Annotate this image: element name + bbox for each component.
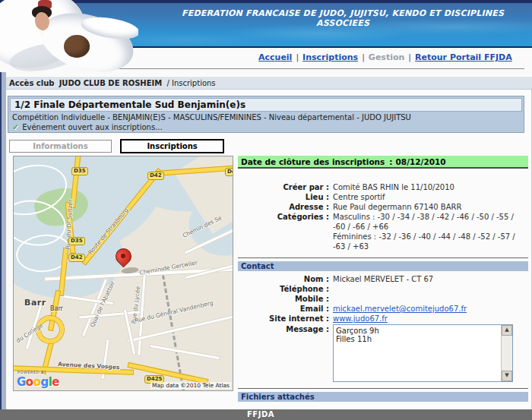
road-badge-d42: D42 xyxy=(225,168,233,176)
road-label: Rue du Général Vandenberg xyxy=(134,299,214,324)
closing-date-bar: Date de clôture des inscriptions:08/12/2… xyxy=(238,156,528,169)
nav-separator: | xyxy=(408,52,411,62)
nav-divider xyxy=(81,68,524,69)
contact-label: Mobile : xyxy=(238,294,333,304)
detail-value: Rue Paul degermann 67140 BARR xyxy=(333,202,528,212)
google-logo-letter: o xyxy=(33,375,41,389)
contact-value xyxy=(333,294,528,304)
google-logo-letter: g xyxy=(40,375,48,389)
detail-label: Lieu : xyxy=(238,192,333,202)
left-border-strip xyxy=(0,72,6,410)
nav-link-retour-portail[interactable]: Retour Portail FFJDA xyxy=(415,52,512,62)
detail-label: Catégories : xyxy=(238,212,333,251)
contact-label: Site internet : xyxy=(238,314,333,324)
road-badge-d42: D42 xyxy=(68,254,85,262)
road-badge-d35: D35 xyxy=(68,237,85,245)
athlete-head xyxy=(64,35,90,58)
google-logo-letter: G xyxy=(17,375,26,389)
map-road xyxy=(149,344,220,360)
divider xyxy=(238,257,528,258)
contact-value xyxy=(333,284,528,294)
email-link[interactable]: mickael.mervelet@comitejudo67.fr xyxy=(333,305,467,313)
event-status: ✓Evénement ouvert aux inscriptions... xyxy=(12,122,524,132)
contact-value: Mickael MERVELET - CT 67 xyxy=(333,274,528,284)
map-marker-pin[interactable] xyxy=(114,248,134,276)
contact-label: Téléphone : xyxy=(238,284,333,294)
divider xyxy=(238,388,528,389)
nav-link-gestion-disabled: Gestion xyxy=(369,52,404,62)
breadcrumb-current: Inscriptions xyxy=(172,79,216,87)
contact-label: Message : xyxy=(238,324,333,382)
detail-value: Masculins : -30 / -34 / -38 / -42 / -46 … xyxy=(333,212,528,251)
contact-section-header: Contact xyxy=(238,261,528,271)
files-section-header: Fichiers attachés xyxy=(238,392,528,402)
contact-label: Email : xyxy=(238,304,333,314)
contact-row-nom: Nom : Mickael MERVELET - CT 67 xyxy=(238,274,528,284)
event-details-panel: Date de clôture des inscriptions:08/12/2… xyxy=(238,156,528,420)
contact-row-email: Email : mickael.mervelet@comitejudo67.fr xyxy=(238,304,528,314)
tab-inscriptions[interactable]: Inscriptions xyxy=(120,139,224,153)
event-subtitle: Compétition Individuelle - BENJAMIN(E)S … xyxy=(12,113,524,122)
google-logo-letter: o xyxy=(26,375,33,389)
nav-separator: | xyxy=(296,52,299,62)
nav-separator: | xyxy=(362,52,365,62)
event-title: 1/2 Finale Départementale Sud Benjamin(e… xyxy=(10,98,522,112)
contact-row-mobile: Mobile : xyxy=(238,294,528,304)
scroll-up-icon[interactable]: ▲ xyxy=(502,325,512,336)
contact-label: Nom : xyxy=(238,274,333,284)
nav-link-accueil[interactable]: Accueil xyxy=(258,52,292,62)
message-textarea[interactable]: Garçons 9h Filles 11h xyxy=(333,324,513,382)
breadcrumb-club: JUDO CLUB DE ROSHEIM xyxy=(59,79,163,87)
details-section: Créer par : Comité BAS RHIN le 11/10/201… xyxy=(238,182,528,251)
map-attribution: Map data ©2010 Tele Atlas xyxy=(150,382,231,389)
pin-dot xyxy=(121,254,125,258)
breadcrumb: Accès club JUDO CLUB DE ROSHEIM / Inscri… xyxy=(0,76,532,90)
town-label: Barr xyxy=(24,298,46,308)
station-label: Barr xyxy=(50,305,63,312)
page: FEDERATION FRANCAISE DE JUDO, JUJITSU, K… xyxy=(0,0,532,420)
website-link[interactable]: www.judo67.fr xyxy=(333,314,388,323)
footer-bar: FFJDA xyxy=(0,409,532,420)
detail-row-categories: Catégories : Masculins : -30 / -34 / -38… xyxy=(238,212,528,251)
google-map[interactable]: Rue du Dr Sultzer Route de Strasbourg Ch… xyxy=(13,156,233,391)
map-main-road xyxy=(127,362,208,384)
event-header-block: 1/2 Finale Départementale Sud Benjamin(e… xyxy=(8,96,524,133)
detail-row-lieu: Lieu : Centre sportif xyxy=(238,192,528,202)
detail-value: Centre sportif xyxy=(333,192,528,202)
google-logo-letter: e xyxy=(52,375,59,389)
detail-row-creer-par: Créer par : Comité BAS RHIN le 11/10/201… xyxy=(238,182,528,192)
breadcrumb-separator: / xyxy=(166,79,169,87)
nav-link-inscriptions[interactable]: Inscriptions xyxy=(302,52,358,62)
breadcrumb-prefix: Accès club xyxy=(9,79,54,87)
judo-photo xyxy=(0,0,138,76)
nav-links: Accueil|Inscriptions|Gestion|Retour Port… xyxy=(258,52,512,62)
contact-row-site: Site internet : www.judo67.fr xyxy=(238,314,528,324)
detail-label: Créer par : xyxy=(238,182,333,192)
categories-masculins: Masculins : -30 / -34 / -38 / -42 / -46 … xyxy=(333,212,528,232)
closing-date-label: Date de clôture des inscriptions xyxy=(241,157,385,166)
message-box: Garçons 9h Filles 11h ▲ ▼ xyxy=(333,324,513,382)
detail-label: Adresse : xyxy=(238,202,333,212)
contact-row-telephone: Téléphone : xyxy=(238,284,528,294)
tabs-row: Informations Inscriptions xyxy=(9,137,224,153)
message-scrollbar[interactable]: ▲ ▼ xyxy=(501,325,512,381)
categories-feminines: Féminines : -32 / -36 / -40 / -44 / -48 … xyxy=(333,232,528,251)
contact-row-message: Message : Garçons 9h Filles 11h ▲ ▼ xyxy=(238,324,528,382)
tab-informations[interactable]: Informations xyxy=(9,140,112,153)
detail-value: Comité BAS RHIN le 11/10/2010 xyxy=(333,182,528,192)
federation-title: FEDERATION FRANCAISE DE JUDO, JUJITSU, K… xyxy=(164,8,521,28)
google-logo[interactable]: Google xyxy=(17,375,59,389)
powered-by-label: POWERED BY xyxy=(17,370,46,374)
event-status-text: Evénement ouvert aux inscriptions... xyxy=(22,123,162,131)
closing-date-separator: : xyxy=(389,157,392,166)
check-icon: ✓ xyxy=(12,122,19,132)
closing-date-value: 08/12/2010 xyxy=(396,157,446,166)
road-badge-d42: D42 xyxy=(147,172,164,180)
detail-row-adresse: Adresse : Rue Paul degermann 67140 BARR xyxy=(238,202,528,212)
scroll-down-icon[interactable]: ▼ xyxy=(502,371,512,381)
road-badge-d35: D35 xyxy=(71,167,88,175)
